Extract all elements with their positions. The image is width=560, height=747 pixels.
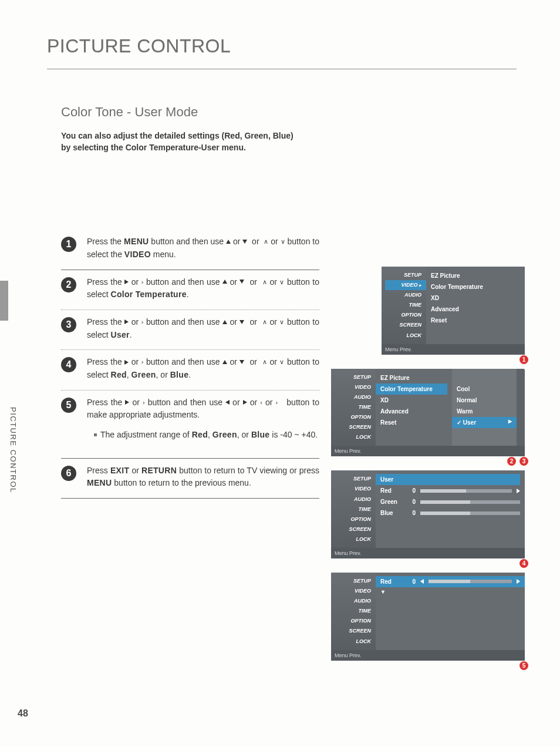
osd-sidebar: SETUP VIDEO ▸ AUDIO TIME OPTION SCREEN L… xyxy=(382,267,426,344)
osd-badge: 1 xyxy=(519,355,528,364)
slider-row-red: Red 0 xyxy=(380,485,520,496)
step-number: 6 xyxy=(61,466,76,481)
step-number: 3 xyxy=(61,317,76,332)
chevron-left-icon: ‹ xyxy=(260,399,262,406)
osd-panel-4: SETUP VIDEO AUDIO TIME OPTION SCREEN LOC… xyxy=(331,573,525,661)
right-icon xyxy=(124,360,129,365)
step-number: 4 xyxy=(61,357,76,372)
down-icon xyxy=(242,240,247,244)
chevron-right-icon: › xyxy=(141,318,144,325)
osd-footer: Menu Prev. xyxy=(382,344,525,355)
step-number: 1 xyxy=(61,237,76,252)
slider-row-green: Green 0 xyxy=(380,496,520,507)
osd-area: SETUP VIDEO ▸ AUDIO TIME OPTION SCREEN L… xyxy=(331,267,525,675)
chevron-down-icon: ∨ xyxy=(279,278,284,285)
chevron-down-icon: ∨ xyxy=(279,358,284,365)
intro-line1: You can also adjust the detailed setting… xyxy=(61,131,294,140)
side-tab-label: PICTURE CONTROL xyxy=(9,407,18,493)
step-text: Press the MENU button and then use or or… xyxy=(87,235,319,261)
section-subtitle: Color Tone - User Mode xyxy=(61,105,525,120)
up-icon xyxy=(226,240,231,244)
step-number: 2 xyxy=(61,277,76,292)
page-title: PICTURE CONTROL xyxy=(47,35,525,57)
bullet-icon xyxy=(94,433,97,436)
down-icon xyxy=(239,320,244,324)
up-icon xyxy=(222,320,227,324)
right-icon xyxy=(124,280,129,284)
step-text: Press the or › button and then use or or… xyxy=(87,356,319,381)
osd-panel-3: SETUP VIDEO AUDIO TIME OPTION SCREEN LOC… xyxy=(331,470,525,558)
osd-badge: 2 3 xyxy=(507,457,528,466)
check-icon: ✓ xyxy=(457,419,461,426)
step-4: 4 Press the or › button and then use or … xyxy=(61,350,319,390)
right-icon xyxy=(243,400,247,405)
step-3: 3 Press the or › button and then use or … xyxy=(61,310,319,350)
side-tab: PICTURE CONTROL xyxy=(0,281,27,469)
arrow-right-icon: ▶ xyxy=(508,417,512,428)
step-number: 5 xyxy=(61,398,76,413)
intro-menu-name: Color Temperature-User xyxy=(126,143,220,152)
page-number: 48 xyxy=(18,708,28,719)
arrow-left-icon xyxy=(420,579,424,584)
slider-row-blue: Blue 0 xyxy=(380,507,520,519)
left-icon xyxy=(225,400,230,405)
step-text: Press EXIT or RETURN button to return to… xyxy=(87,465,319,490)
osd-content: User Red 0 Green 0 Blue 0 xyxy=(376,470,525,548)
osd-sidebar: SETUP VIDEO AUDIO TIME OPTION SCREEN LOC… xyxy=(331,573,376,650)
chevron-up-icon: ∧ xyxy=(262,318,267,325)
chevron-down-icon: ∨ xyxy=(279,318,284,325)
chevron-right-icon: › xyxy=(143,399,145,406)
osd-submenu: Cool Normal Warm ✓ User▶ xyxy=(452,369,517,446)
osd-footer: Menu Prev. xyxy=(331,650,525,661)
divider xyxy=(47,69,517,69)
chevron-right-icon: › xyxy=(141,278,144,285)
osd-panel-2: SETUP VIDEO AUDIO TIME OPTION SCREEN LOC… xyxy=(331,369,525,457)
slider-track xyxy=(420,512,520,515)
step-1: 1 Press the MENU button and then use or … xyxy=(61,230,319,270)
osd-panel-1: SETUP VIDEO ▸ AUDIO TIME OPTION SCREEN L… xyxy=(382,267,525,355)
down-arrow-icon: ▼ xyxy=(380,587,520,597)
up-icon xyxy=(222,360,227,364)
arrow-right-icon xyxy=(517,489,520,493)
osd-badge: 4 xyxy=(519,559,528,568)
steps-column: 1 Press the MENU button and then use or … xyxy=(61,230,319,499)
side-tab-bar xyxy=(0,281,8,321)
intro-line2-post: menu. xyxy=(220,143,246,152)
down-icon xyxy=(239,360,244,364)
osd-header-row: User xyxy=(376,474,520,485)
osd-content: Red 0 ▼ xyxy=(376,573,525,650)
slider-track xyxy=(420,500,520,504)
osd-footer: Menu Prev. xyxy=(331,446,525,456)
slider-track xyxy=(429,580,512,583)
right-icon xyxy=(125,400,129,405)
osd-content: EZ Picture Color Temperature XD Advanced… xyxy=(426,267,525,344)
step-5: 5 Press the or › button and then use or … xyxy=(61,391,319,450)
chevron-right-icon: › xyxy=(141,358,144,365)
arrow-right-icon xyxy=(517,579,520,584)
chevron-up-icon: ∧ xyxy=(264,238,268,245)
osd-content: EZ Picture Color Temperature XD Advanced… xyxy=(376,369,452,446)
step-text: Press the or › button and then use or or… xyxy=(87,316,319,341)
chevron-up-icon: ∧ xyxy=(262,358,267,365)
intro-text: You can also adjust the detailed setting… xyxy=(61,130,525,153)
intro-line2-pre: by selecting the xyxy=(61,143,126,152)
up-icon xyxy=(222,280,227,284)
step-6: 6 Press EXIT or RETURN button to return … xyxy=(61,458,319,499)
down-icon xyxy=(239,280,244,284)
step-text: Press the or › button and then use or or… xyxy=(87,396,319,442)
osd-sidebar: SETUP VIDEO AUDIO TIME OPTION SCREEN LOC… xyxy=(331,470,376,548)
chevron-up-icon: ∧ xyxy=(262,278,267,285)
right-icon xyxy=(124,319,129,324)
chevron-right-icon: › xyxy=(275,399,278,406)
step-2: 2 Press the or › button and then use or … xyxy=(61,270,319,310)
chevron-down-icon: ∨ xyxy=(281,238,285,245)
osd-footer: Menu Prev. xyxy=(331,548,525,558)
slider-row-red: Red 0 xyxy=(376,576,525,587)
step-text: Press the or › button and then use or or… xyxy=(87,276,319,301)
slider-track xyxy=(420,489,512,493)
osd-sidebar: SETUP VIDEO AUDIO TIME OPTION SCREEN LOC… xyxy=(331,369,376,446)
step-5-note: The adjustment range of Red, Green, or B… xyxy=(87,429,319,442)
osd-badge: 5 xyxy=(519,661,528,670)
